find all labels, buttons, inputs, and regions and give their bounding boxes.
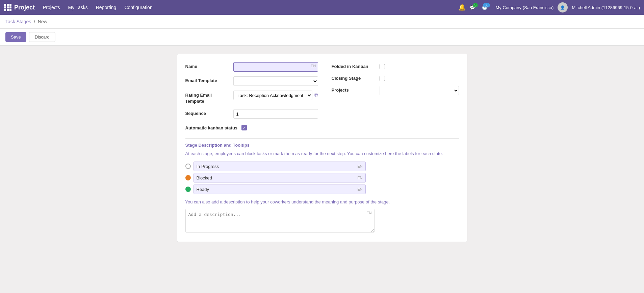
ready-row: Ready EN	[185, 185, 459, 194]
ready-input-wrapper: Ready EN	[194, 185, 366, 194]
blocked-value[interactable]: Blocked	[197, 175, 358, 180]
sequence-row: Sequence 1	[185, 109, 318, 119]
grid-icon	[4, 4, 11, 11]
stage-description-section: Stage Description and Tooltips At each s…	[185, 143, 459, 234]
section-divider	[185, 138, 459, 139]
app-logo[interactable]: Project	[4, 4, 35, 11]
closing-stage-row: Closing Stage	[332, 74, 459, 81]
name-input[interactable]	[233, 62, 318, 72]
breadcrumb-parent[interactable]: Task Stages	[5, 19, 31, 24]
sequence-input[interactable]: 1	[233, 109, 318, 119]
desc-helper-text: You can also add a description to help y…	[185, 199, 459, 205]
breadcrumb: Task Stages / New	[5, 19, 639, 24]
app-name: Project	[14, 4, 35, 11]
breadcrumb-sep: /	[34, 19, 35, 24]
ready-dot	[185, 187, 191, 192]
email-template-row: Email Template	[185, 76, 318, 86]
closing-stage-label: Closing Stage	[332, 74, 376, 81]
rating-select-wrapper: Task: Reception Acknowledgment ⧉	[233, 91, 318, 100]
blocked-dot	[185, 175, 191, 180]
blocked-row: Blocked EN	[185, 173, 459, 182]
blocked-input-wrapper: Blocked EN	[194, 173, 366, 182]
activity-badge: 36	[483, 3, 490, 7]
rating-email-template-label: Rating Email Template	[185, 91, 229, 104]
projects-select[interactable]	[380, 86, 459, 95]
form-left-section: Name EN Email Template Rating Email Temp…	[185, 62, 318, 131]
folded-kanban-checkbox[interactable]	[380, 64, 385, 69]
name-lang: EN	[311, 64, 316, 68]
messages-btn[interactable]: 💬 5	[470, 5, 475, 10]
email-template-label: Email Template	[185, 76, 229, 83]
name-row: Name EN	[185, 62, 318, 72]
user-label: Mitchell Admin (11286969-15-0-all)	[572, 5, 640, 10]
form-grid: Name EN Email Template Rating Email Temp…	[185, 62, 459, 131]
nav-links: Projects My Tasks Reporting Configuratio…	[43, 3, 458, 11]
folded-kanban-checkbox-wrapper	[380, 62, 385, 69]
discard-button[interactable]: Discard	[29, 32, 55, 42]
activity-btn[interactable]: 🕐 36	[482, 5, 487, 10]
rating-email-template-row: Rating Email Template Task: Reception Ac…	[185, 91, 318, 104]
in-progress-radio[interactable]	[185, 164, 191, 169]
form-right-section: Folded in Kanban Closing Stage Projects	[332, 62, 459, 131]
top-navigation: Project Projects My Tasks Reporting Conf…	[0, 0, 644, 15]
folded-kanban-row: Folded in Kanban	[332, 62, 459, 69]
projects-label: Projects	[332, 86, 376, 93]
nav-configuration[interactable]: Configuration	[124, 3, 152, 11]
avatar[interactable]: 👤	[558, 2, 568, 13]
topbar-right: 🔔 💬 5 🕐 36 My Company (San Francisco) 👤 …	[458, 2, 640, 13]
main-content: Name EN Email Template Rating Email Temp…	[0, 46, 644, 250]
breadcrumb-current: New	[38, 19, 47, 24]
desc-lang: EN	[366, 211, 371, 215]
company-label: My Company (San Francisco)	[495, 5, 553, 10]
sequence-label: Sequence	[185, 109, 229, 116]
description-wrapper: EN	[185, 209, 375, 234]
description-textarea[interactable]	[185, 209, 375, 233]
name-label: Name	[185, 62, 229, 69]
in-progress-row: In Progress EN	[185, 162, 459, 171]
projects-row: Projects	[332, 86, 459, 95]
nav-reporting[interactable]: Reporting	[96, 3, 117, 11]
automatic-kanban-label: Automatic kanban status	[185, 123, 238, 131]
automatic-kanban-checkbox-wrapper: ✓	[241, 123, 247, 130]
breadcrumb-bar: Task Stages / New	[0, 15, 644, 29]
bell-icon[interactable]: 🔔	[458, 4, 466, 11]
messages-badge: 5	[473, 3, 478, 7]
nav-projects[interactable]: Projects	[43, 3, 60, 11]
stage-description-text: At each stage, employees can block tasks…	[185, 150, 459, 157]
rating-email-template-select[interactable]: Task: Reception Acknowledgment	[233, 91, 312, 100]
automatic-kanban-row: Automatic kanban status ✓	[185, 123, 318, 131]
closing-stage-checkbox-wrapper	[380, 74, 385, 81]
ready-lang: EN	[357, 187, 362, 191]
in-progress-lang: EN	[357, 164, 362, 168]
ready-value[interactable]: Ready	[197, 187, 358, 192]
folded-kanban-label: Folded in Kanban	[332, 62, 376, 69]
form-card: Name EN Email Template Rating Email Temp…	[177, 54, 467, 242]
in-progress-input-wrapper: In Progress EN	[194, 162, 366, 171]
closing-stage-checkbox[interactable]	[380, 76, 385, 81]
action-bar: Save Discard	[0, 29, 644, 46]
automatic-kanban-checkbox[interactable]: ✓	[241, 125, 247, 130]
stage-section-title: Stage Description and Tooltips	[185, 143, 459, 148]
blocked-lang: EN	[357, 176, 362, 180]
external-link-icon[interactable]: ⧉	[314, 92, 318, 98]
email-template-select[interactable]	[233, 76, 318, 86]
nav-my-tasks[interactable]: My Tasks	[68, 3, 88, 11]
in-progress-value[interactable]: In Progress	[197, 164, 358, 169]
save-button[interactable]: Save	[5, 32, 26, 42]
